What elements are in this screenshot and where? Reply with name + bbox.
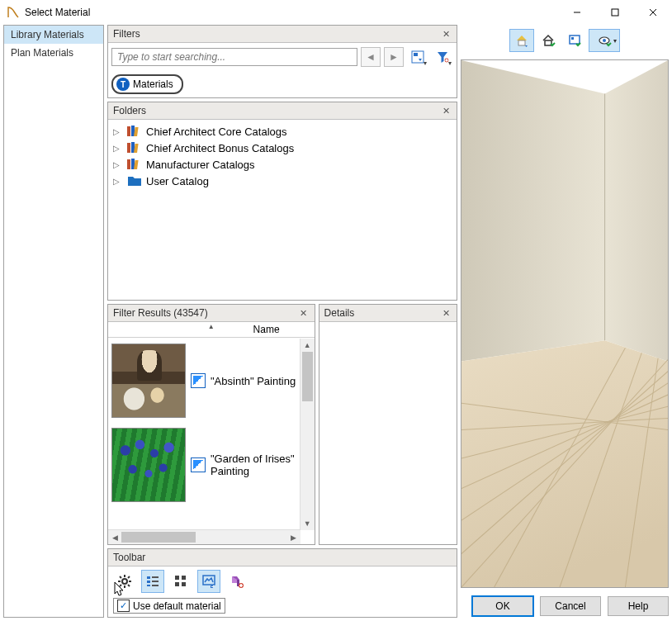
folders-close-icon[interactable]: ✕ [440, 105, 452, 116]
svg-marker-47 [461, 60, 605, 362]
scroll-left-icon[interactable]: ◀ [108, 530, 121, 544]
preview-vector-button[interactable] [536, 29, 561, 52]
svg-point-46 [603, 39, 606, 42]
expand-icon[interactable]: ▷ [113, 160, 123, 169]
tab-library-materials[interactable]: Library Materials [4, 26, 103, 44]
svg-rect-28 [147, 581, 150, 583]
titlebar: Select Material [0, 0, 672, 25]
tab-plan-materials[interactable]: Plan Materials [4, 44, 103, 62]
results-list[interactable]: "Absinth" Painting "Garden of Irises" Pa… [108, 339, 301, 530]
folders-header: Folders [113, 105, 440, 116]
svg-rect-30 [152, 576, 159, 578]
material-preview-viewport[interactable] [461, 59, 669, 588]
expand-icon[interactable]: ▷ [113, 127, 123, 136]
filters-close-icon[interactable]: ✕ [440, 28, 452, 40]
tree-row[interactable]: ▷ Manufacturer Catalogs [108, 156, 457, 173]
svg-rect-8 [445, 59, 447, 61]
column-name-label: Name [253, 324, 280, 335]
maximize-button[interactable] [596, 0, 634, 25]
toolbar-header: Toolbar [113, 552, 452, 563]
svg-rect-43 [570, 36, 580, 44]
results-horizontal-scrollbar[interactable]: ◀ ▶ [108, 529, 301, 544]
tree-label: Chief Architect Core Catalogs [146, 126, 287, 138]
results-vertical-scrollbar[interactable]: ▲ ▼ [300, 339, 315, 530]
svg-rect-15 [127, 159, 130, 169]
add-material-button[interactable] [225, 570, 248, 593]
view-list-button[interactable] [141, 570, 164, 593]
folders-tree[interactable]: ▷ Chief Architect Core Catalogs ▷ Chie [108, 120, 457, 300]
view-grid-button[interactable] [169, 570, 192, 593]
details-body [319, 322, 457, 544]
material-icon [191, 373, 206, 388]
material-icon [191, 457, 206, 472]
svg-rect-27 [147, 576, 150, 579]
use-default-material-checkbox[interactable]: ✓ Use default material [113, 598, 225, 614]
cancel-button[interactable]: Cancel [540, 596, 601, 616]
svg-line-24 [128, 585, 130, 586]
toggle-preview-button[interactable] [197, 570, 220, 593]
svg-rect-29 [147, 585, 150, 586]
result-label: "Absinth" Painting [211, 375, 296, 387]
svg-line-25 [128, 576, 130, 578]
results-column-header[interactable]: ▲ Name [108, 322, 315, 338]
search-prev-button[interactable]: ◄ [361, 47, 381, 67]
tree-row[interactable]: ▷ Chief Architect Bonus Catalogs [108, 140, 457, 156]
expand-icon[interactable]: ▷ [113, 144, 123, 153]
svg-rect-44 [571, 37, 574, 40]
preview-plan-button[interactable] [562, 29, 587, 52]
dialog-buttons: OK Cancel Help [461, 591, 669, 618]
filters-header: Filters [113, 28, 440, 40]
filter-results-header: Filter Results (43547) [113, 307, 298, 319]
details-header: Details [324, 307, 440, 319]
result-label: "Garden of Irises" Painting [211, 453, 297, 477]
books-icon [126, 141, 143, 154]
help-button[interactable]: Help [608, 596, 669, 616]
details-panel: Details ✕ [319, 304, 457, 545]
select-material-dialog: Select Material Library Materials Plan M… [0, 0, 672, 621]
search-options-button[interactable] [407, 46, 428, 68]
result-thumbnail [111, 428, 186, 502]
filter-results-close-icon[interactable]: ✕ [298, 307, 310, 319]
toolbar-panel: Toolbar [107, 548, 457, 618]
scroll-down-icon[interactable]: ▼ [301, 517, 315, 530]
sort-ascending-icon: ▲ [208, 323, 215, 330]
filters-panel: Filters ✕ ◄ ► [107, 25, 457, 98]
tree-row[interactable]: ▷ User Catalog [108, 173, 457, 189]
scroll-thumb[interactable] [302, 352, 313, 401]
scroll-up-icon[interactable]: ▲ [301, 339, 315, 352]
books-icon [126, 158, 143, 171]
tree-row[interactable]: ▷ Chief Architect Core Catalogs [108, 123, 457, 140]
close-button[interactable] [634, 0, 672, 25]
scroll-thumb[interactable] [121, 532, 196, 543]
search-input[interactable] [111, 48, 357, 66]
svg-rect-5 [414, 53, 418, 56]
svg-rect-9 [127, 126, 130, 136]
svg-rect-40 [239, 585, 243, 586]
preview-standard-button[interactable] [509, 29, 534, 52]
result-thumbnail [111, 344, 186, 418]
details-close-icon[interactable]: ✕ [440, 307, 452, 319]
minimize-button[interactable] [558, 0, 596, 25]
expand-icon[interactable]: ▷ [113, 177, 123, 186]
svg-rect-1 [612, 9, 618, 16]
folder-icon [126, 174, 143, 187]
svg-rect-35 [175, 582, 179, 586]
settings-button[interactable] [113, 570, 136, 593]
svg-line-23 [120, 576, 121, 578]
search-next-button[interactable]: ► [384, 47, 404, 67]
list-item[interactable]: "Absinth" Painting [108, 339, 301, 423]
svg-rect-36 [182, 582, 186, 586]
type-icon: T [116, 78, 130, 91]
preview-options-dropdown[interactable] [589, 29, 620, 52]
tree-label: Chief Architect Bonus Catalogs [146, 142, 294, 154]
svg-rect-33 [175, 576, 179, 580]
list-item[interactable]: "Garden of Irises" Painting [108, 423, 301, 507]
svg-rect-31 [152, 581, 159, 582]
filter-dropdown-button[interactable] [432, 46, 453, 68]
svg-point-18 [122, 579, 127, 584]
ok-button[interactable]: OK [472, 596, 533, 616]
svg-marker-49 [461, 340, 668, 587]
filter-chip-materials[interactable]: T Materials [111, 74, 183, 94]
scroll-right-icon[interactable]: ▶ [287, 530, 301, 544]
svg-marker-48 [605, 60, 668, 362]
